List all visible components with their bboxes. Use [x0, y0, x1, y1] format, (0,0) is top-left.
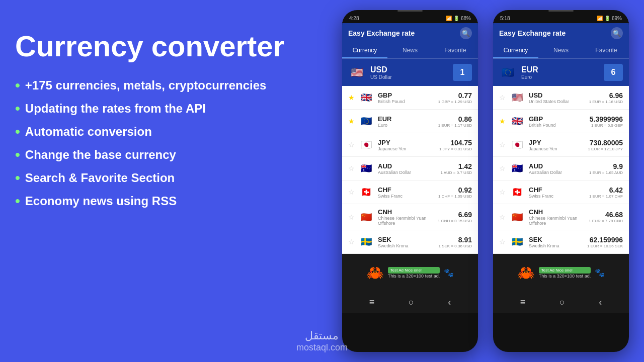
currency-list-item[interactable]: ☆🇯🇵JPYJapanese Yen730.800051 EUR = 121.8… — [493, 133, 629, 157]
currency-list-item[interactable]: ☆🇸🇪SEKSwedish Krona8.911 SEK = 0.36 USD — [342, 230, 478, 254]
currency-name: Australian Dollar — [378, 170, 437, 175]
phone-1-tab-news[interactable]: News — [387, 43, 433, 58]
star-icon[interactable]: ☆ — [348, 141, 355, 149]
phone-2-ad-icon: 🐾 — [595, 268, 605, 278]
phone-2-tab-news[interactable]: News — [538, 43, 584, 58]
currency-list-item[interactable]: ☆🇦🇺AUDAustralian Dollar9.91 EUR = 1.65 A… — [493, 157, 629, 180]
phone-1-base-currency[interactable]: 🇺🇸 USD US Dollar 1 — [342, 59, 478, 86]
star-icon[interactable]: ☆ — [499, 141, 506, 149]
currency-name: British Pound — [378, 99, 434, 104]
currency-code: USD — [529, 92, 585, 99]
currency-value: 6.42 — [589, 186, 623, 194]
currency-conversion: 1 EUR = 0.9 GBP — [590, 123, 623, 128]
currency-list-item[interactable]: ☆🇨🇳CNHChinese Renminbi Yuan Offshore6.69… — [342, 204, 478, 230]
currency-info: JPYJapanese Yen — [529, 139, 584, 151]
currency-list-item[interactable]: ★🇬🇧GBPBritish Pound0.771 GBP = 1.29 USD — [342, 86, 478, 110]
currency-list-item[interactable]: ☆🇯🇵JPYJapanese Yen104.751 JPY = 0.01 USD — [342, 133, 478, 157]
currency-info: CHFSwiss Franc — [378, 186, 434, 199]
phone-2-search-icon[interactable]: 🔍 — [611, 27, 623, 39]
currency-code: CNH — [529, 208, 585, 216]
currency-info: EUREuro — [378, 115, 434, 128]
currency-name: Japanese Yen — [378, 146, 435, 151]
phone-2-nav-back[interactable]: ‹ — [599, 297, 602, 308]
currency-code: CNH — [378, 208, 434, 216]
phone-2-time: 5:18 — [500, 16, 510, 21]
phone-1-nav-home[interactable]: ○ — [409, 297, 414, 308]
star-icon[interactable]: ☆ — [348, 164, 355, 172]
star-icon[interactable]: ☆ — [348, 238, 355, 246]
star-icon[interactable]: ★ — [348, 94, 355, 102]
star-icon[interactable]: ☆ — [348, 213, 355, 221]
currency-conversion: 1 EUR = 7.78 CNH — [589, 219, 623, 223]
currency-info: GBPBritish Pound — [378, 92, 434, 104]
phone-1-ad-banner: 🦀 Test Ad Nice one! This is a 320×100 te… — [342, 254, 478, 292]
currency-value: 0.92 — [438, 186, 472, 194]
phone-1-tab-favorite[interactable]: Favorite — [433, 43, 478, 58]
star-icon[interactable]: ★ — [348, 117, 355, 125]
currency-conversion: 1 AUD = 0.7 USD — [441, 170, 472, 175]
currency-list-item[interactable]: ★🇪🇺EUREuro0.861 EUR = 1.17 USD — [342, 110, 478, 133]
phone-2-base-flag: 🇪🇺 — [499, 64, 516, 81]
phone-1-base-info: USD US Dollar — [370, 65, 448, 80]
currency-name: Chinese Renminbi Yuan Offshore — [529, 216, 585, 226]
currency-list-item[interactable]: ☆🇦🇺AUDAustralian Dollar1.421 AUD = 0.7 U… — [342, 157, 478, 180]
currency-value: 0.77 — [438, 92, 472, 100]
watermark-arabic: مستقل — [296, 329, 348, 342]
currency-list-item[interactable]: ☆🇨🇳CNHChinese Renminbi Yuan Offshore46.6… — [493, 204, 629, 230]
phone-2-tab-currency[interactable]: Currency — [493, 43, 538, 58]
currency-list-item[interactable]: ☆🇨🇭CHFSwiss Franc0.921 CHF = 1.09 USD — [342, 180, 478, 204]
star-icon[interactable]: ★ — [499, 117, 506, 125]
phone-2-nav-menu[interactable]: ≡ — [520, 297, 526, 308]
currency-rate: 6.691 CNH = 0.15 USD — [438, 211, 472, 223]
currency-code: JPY — [529, 139, 584, 146]
star-icon[interactable]: ☆ — [499, 238, 506, 246]
phone-1-nav-back[interactable]: ‹ — [448, 297, 451, 308]
currency-list-item[interactable]: ☆🇸🇪SEKSwedish Krona62.1599961 EUR = 10.3… — [493, 230, 629, 254]
star-icon[interactable]: ☆ — [499, 213, 506, 221]
phone-1-base-code: USD — [370, 65, 448, 74]
currency-value: 730.80005 — [588, 139, 623, 147]
feature-item: Search & Favorite Section — [15, 170, 307, 186]
phone-1-ad-icon: 🐾 — [444, 268, 454, 278]
currency-list-item[interactable]: ☆🇺🇸USDUnited States Dollar6.961 EUR = 1.… — [493, 86, 629, 110]
phone-2-ad-banner: 🦀 Test Ad Nice one! This is a 320×100 te… — [493, 254, 629, 292]
phone-1-nav-menu[interactable]: ≡ — [369, 297, 375, 308]
currency-rate: 5.39999961 EUR = 0.9 GBP — [590, 115, 623, 128]
phone-1-nav-bar: ≡ ○ ‹ — [342, 292, 478, 313]
phone-1-tabs: Currency News Favorite — [342, 43, 478, 59]
currency-rate: 9.91 EUR = 1.65 AUD — [589, 162, 623, 175]
phone-2-base-currency[interactable]: 🇪🇺 EUR Euro 6 — [493, 59, 629, 86]
currency-flag: 🇦🇺 — [359, 161, 374, 176]
phone-2-ad-text: This is a 320×100 test ad. — [539, 274, 591, 279]
star-icon[interactable]: ☆ — [348, 188, 355, 196]
currency-flag: 🇨🇳 — [510, 210, 525, 225]
currency-rate: 730.800051 EUR = 121.8 JPY — [588, 139, 623, 151]
currency-list-item[interactable]: ☆🇨🇭CHFSwiss Franc6.421 EUR = 1.07 CHF — [493, 180, 629, 204]
currency-conversion: 1 EUR = 1.16 USD — [589, 100, 623, 104]
star-icon[interactable]: ☆ — [499, 188, 506, 196]
currency-list-item[interactable]: ★🇬🇧GBPBritish Pound5.39999961 EUR = 0.9 … — [493, 110, 629, 133]
currency-rate: 62.1599961 EUR = 10.36 SEK — [587, 236, 623, 248]
phone-1-tab-currency[interactable]: Currency — [342, 43, 387, 58]
currency-name: British Pound — [529, 123, 586, 128]
phone-1-base-amount[interactable]: 1 — [453, 64, 472, 81]
feature-item: Automatic conversion — [15, 124, 307, 140]
phone-2-base-amount[interactable]: 6 — [604, 64, 623, 81]
currency-code: JPY — [378, 139, 435, 146]
phone-1-ad-info: Test Ad Nice one! This is a 320×100 test… — [388, 267, 440, 279]
currency-value: 46.68 — [589, 211, 623, 219]
star-icon[interactable]: ☆ — [499, 94, 506, 102]
phone-1-search-icon[interactable]: 🔍 — [460, 27, 472, 39]
phone-2-tab-favorite[interactable]: Favorite — [584, 43, 629, 58]
currency-value: 8.91 — [439, 236, 472, 244]
currency-flag: 🇺🇸 — [510, 90, 525, 105]
currency-code: GBP — [378, 92, 434, 99]
star-icon[interactable]: ☆ — [499, 164, 506, 172]
phone-notch-2 — [548, 10, 574, 12]
phone-2-nav-home[interactable]: ○ — [559, 297, 565, 308]
currency-rate: 1.421 AUD = 0.7 USD — [441, 162, 472, 175]
currency-name: Chinese Renminbi Yuan Offshore — [378, 216, 434, 226]
currency-flag: 🇬🇧 — [359, 90, 374, 105]
phone-2-base-name: Euro — [521, 74, 599, 80]
phone-2-nav-bar: ≡ ○ ‹ — [493, 292, 629, 313]
